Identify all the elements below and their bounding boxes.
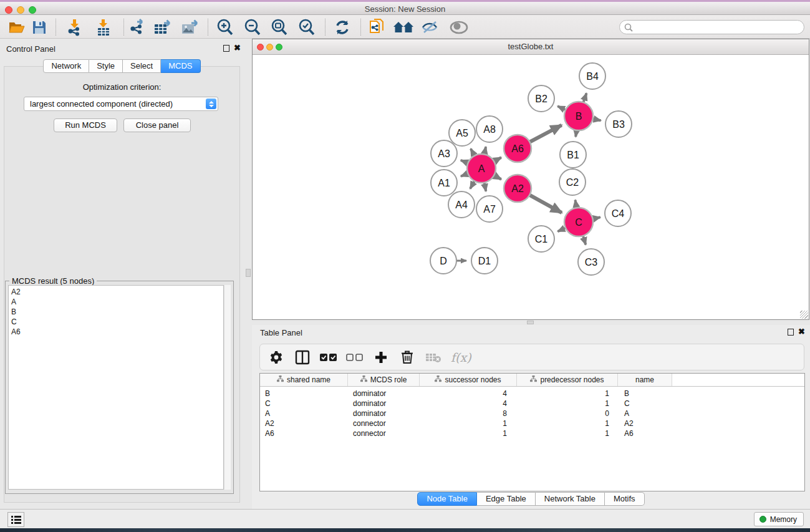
export-network-icon[interactable] — [127, 17, 148, 37]
result-item[interactable]: A2 — [11, 287, 223, 297]
node-A[interactable]: A — [467, 154, 496, 183]
tab-edge-table[interactable]: Edge Table — [477, 492, 536, 506]
node-C2[interactable]: C2 — [559, 169, 586, 195]
export-table-icon[interactable] — [152, 17, 173, 37]
column-header-MCDS-role[interactable]: MCDS role — [348, 374, 420, 386]
tab-select[interactable]: Select — [123, 59, 161, 73]
node-A4[interactable]: A4 — [448, 191, 475, 218]
node-C3[interactable]: C3 — [578, 249, 604, 275]
save-session-icon[interactable] — [29, 17, 50, 37]
split-columns-icon[interactable] — [294, 349, 311, 366]
svg-text:B2: B2 — [535, 94, 547, 104]
deselect-all-icon[interactable] — [346, 349, 364, 366]
run-mcds-button[interactable]: Run MCDS — [54, 118, 117, 132]
open-file-icon[interactable] — [6, 17, 27, 37]
table-row[interactable]: A6connector11A6 — [260, 428, 804, 438]
column-header-successor-nodes[interactable]: successor nodes — [420, 374, 517, 386]
result-item[interactable]: C — [11, 317, 223, 327]
zoom-out-icon[interactable] — [242, 17, 263, 37]
session-doc-icon[interactable] — [367, 17, 388, 37]
memory-button[interactable]: Memory — [754, 512, 804, 526]
tab-mcds[interactable]: MCDS — [161, 59, 200, 73]
hide-panel-icon[interactable] — [420, 17, 441, 37]
table-row[interactable]: Cdominator41C — [260, 399, 804, 409]
gear-icon[interactable] — [268, 349, 285, 366]
node-C[interactable]: C — [564, 208, 593, 236]
show-panel-icon[interactable] — [448, 17, 470, 37]
table-cell: C — [618, 399, 672, 409]
table-row[interactable]: A2connector11A2 — [260, 418, 804, 428]
import-table-icon[interactable] — [93, 17, 114, 37]
table-row[interactable]: Adominator80A — [260, 409, 804, 418]
delete-column-icon[interactable] — [398, 349, 416, 366]
function-builder-icon[interactable]: f(x) — [451, 351, 471, 364]
shared-column-icon — [530, 375, 537, 384]
close-panel-button[interactable]: Close panel — [123, 118, 191, 132]
node-D[interactable]: D — [430, 248, 456, 274]
node-B1[interactable]: B1 — [560, 142, 586, 168]
table-cell: 1 — [517, 428, 618, 438]
node-A1[interactable]: A1 — [431, 170, 457, 196]
open-recent-icon[interactable] — [393, 17, 414, 37]
refresh-layout-icon[interactable] — [332, 17, 353, 37]
table-cell — [672, 409, 804, 418]
table-toolbar: f(x) — [259, 344, 804, 370]
node-A6[interactable]: A6 — [504, 135, 531, 162]
node-table[interactable]: shared nameMCDS rolesuccessor nodesprede… — [259, 373, 805, 491]
vertical-split-grip[interactable] — [246, 269, 251, 277]
close-table-panel-icon[interactable]: ✖ — [798, 327, 805, 336]
horizontal-split-grip[interactable] — [527, 321, 534, 324]
node-A2[interactable]: A2 — [504, 175, 531, 202]
import-network-icon[interactable] — [64, 17, 85, 37]
node-A7[interactable]: A7 — [476, 196, 503, 222]
search-input[interactable] — [619, 20, 804, 34]
zoom-fit-icon[interactable] — [269, 17, 290, 37]
table-panel-title: Table Panel — [260, 328, 302, 337]
node-B4[interactable]: B4 — [579, 63, 605, 89]
node-D1[interactable]: D1 — [471, 248, 498, 274]
svg-text:B: B — [576, 111, 582, 122]
column-header-shared-name[interactable]: shared name — [260, 374, 348, 386]
result-item[interactable]: A6 — [11, 327, 223, 337]
node-A3[interactable]: A3 — [431, 140, 457, 167]
node-B3[interactable]: B3 — [605, 111, 632, 137]
select-all-icon[interactable] — [320, 349, 337, 366]
table-cell: A — [618, 409, 672, 418]
panel-list-icon[interactable] — [7, 512, 24, 527]
table-cell: dominator — [348, 389, 420, 399]
node-C4[interactable]: C4 — [605, 200, 631, 226]
result-item[interactable]: B — [11, 307, 223, 317]
add-column-icon[interactable] — [372, 349, 390, 366]
optimization-criterion-select[interactable]: largest connected component (directed) — [24, 97, 218, 111]
svg-text:A6: A6 — [511, 143, 524, 154]
close-panel-icon[interactable]: ✖ — [234, 43, 241, 52]
float-panel-icon[interactable] — [223, 45, 229, 52]
column-header-name[interactable]: name — [618, 374, 672, 386]
tab-network[interactable]: Network — [43, 59, 89, 73]
window-resize-grip[interactable] — [800, 311, 808, 319]
node-B2[interactable]: B2 — [528, 85, 554, 112]
tab-network-table[interactable]: Network Table — [536, 492, 605, 506]
node-A5[interactable]: A5 — [449, 120, 475, 146]
tab-motifs[interactable]: Motifs — [605, 492, 645, 506]
mcds-result-list[interactable]: A2ABCA6 — [8, 285, 224, 490]
table-cell: A6 — [260, 428, 348, 438]
zoom-selected-icon[interactable] — [296, 17, 317, 37]
table-row[interactable]: Bdominator41B — [260, 389, 804, 399]
node-B[interactable]: B — [564, 102, 593, 130]
tab-style[interactable]: Style — [89, 59, 123, 73]
node-A8[interactable]: A8 — [476, 116, 503, 142]
network-graph-canvas[interactable]: B4B2BB3A8A5A6A3B1AC2A1A2A4A7C4CC1C3DD1 — [253, 56, 809, 320]
select-value: largest connected component (directed) — [30, 99, 173, 109]
search-field[interactable] — [636, 22, 804, 33]
node-C1[interactable]: C1 — [528, 226, 554, 252]
zoom-in-icon[interactable] — [215, 17, 236, 37]
delete-table-icon[interactable] — [425, 349, 442, 366]
column-header-predecessor-nodes[interactable]: predecessor nodes — [517, 374, 618, 386]
tab-node-table[interactable]: Node Table — [417, 492, 477, 506]
result-item[interactable]: A — [11, 297, 223, 307]
export-image-icon[interactable] — [180, 17, 201, 37]
float-table-panel-icon[interactable] — [788, 329, 794, 336]
result-list-scrollbar[interactable] — [224, 285, 231, 490]
network-window-titlebar: testGlobe.txt — [253, 39, 809, 55]
